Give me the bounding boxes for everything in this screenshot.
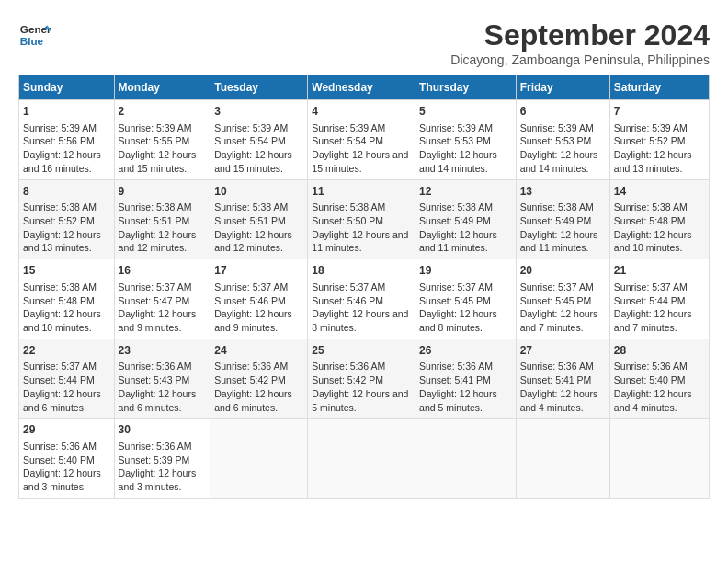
table-row: 19 Sunrise: 5:37 AM Sunset: 5:45 PM Dayl… [415,259,517,339]
daylight-label: Daylight: 12 hours and 14 minutes. [520,149,598,174]
day-number: 23 [119,343,207,359]
table-row: 28 Sunrise: 5:36 AM Sunset: 5:40 PM Dayl… [609,339,709,419]
day-number: 2 [119,104,207,120]
sunrise-text: Sunrise: 5:38 AM [520,201,594,213]
sunset-text: Sunset: 5:48 PM [23,295,95,306]
day-number: 24 [214,343,303,359]
daylight-label: Daylight: 12 hours and 5 minutes. [419,388,497,413]
sunrise-text: Sunrise: 5:39 AM [23,122,97,133]
day-number: 30 [119,422,207,438]
daylight-label: Daylight: 12 hours and 15 minutes. [214,149,292,174]
sunrise-text: Sunrise: 5:38 AM [614,201,688,213]
sunset-text: Sunset: 5:52 PM [614,135,686,146]
sunset-text: Sunset: 5:46 PM [312,295,383,306]
sunset-text: Sunset: 5:54 PM [214,135,286,146]
day-number: 28 [614,343,705,359]
header-tuesday: Tuesday [210,75,308,100]
day-number: 29 [23,422,110,438]
calendar-week-1: 1 Sunrise: 5:39 AM Sunset: 5:56 PM Dayli… [19,100,710,180]
sunset-text: Sunset: 5:53 PM [520,135,592,146]
sunrise-text: Sunrise: 5:38 AM [214,201,288,213]
sunset-text: Sunset: 5:49 PM [520,215,592,226]
daylight-label: Daylight: 12 hours and 9 minutes. [214,308,292,333]
table-row: 7 Sunrise: 5:39 AM Sunset: 5:52 PM Dayli… [609,100,709,180]
day-number: 12 [419,184,512,200]
day-number: 16 [119,263,207,279]
sunset-text: Sunset: 5:39 PM [119,454,190,465]
day-number: 8 [23,184,110,200]
logo: General Blue [18,18,51,52]
sunrise-text: Sunrise: 5:37 AM [520,282,594,293]
sunrise-text: Sunrise: 5:37 AM [614,282,688,293]
sunrise-text: Sunrise: 5:37 AM [419,282,493,293]
sunset-text: Sunset: 5:48 PM [614,215,686,226]
day-number: 1 [23,104,110,120]
calendar-table: Sunday Monday Tuesday Wednesday Thursday… [18,75,710,499]
sunrise-text: Sunrise: 5:39 AM [119,122,192,133]
table-row [308,419,415,499]
daylight-label: Daylight: 12 hours and 11 minutes. [312,229,408,254]
calendar-week-2: 8 Sunrise: 5:38 AM Sunset: 5:52 PM Dayli… [19,179,710,259]
sunset-text: Sunset: 5:45 PM [520,295,592,306]
daylight-label: Daylight: 12 hours and 10 minutes. [614,229,692,254]
sunset-text: Sunset: 5:44 PM [23,374,95,385]
table-row [210,419,308,499]
table-row: 21 Sunrise: 5:37 AM Sunset: 5:44 PM Dayl… [609,259,709,339]
day-number: 27 [520,343,606,359]
table-row: 6 Sunrise: 5:39 AM Sunset: 5:53 PM Dayli… [516,100,609,180]
sunrise-text: Sunrise: 5:36 AM [23,441,97,452]
sunset-text: Sunset: 5:52 PM [23,215,95,226]
sunrise-text: Sunrise: 5:38 AM [23,282,97,293]
sunset-text: Sunset: 5:54 PM [312,135,383,146]
table-row [516,419,609,499]
table-row: 23 Sunrise: 5:36 AM Sunset: 5:43 PM Dayl… [114,339,210,419]
day-number: 18 [312,263,411,279]
sunset-text: Sunset: 5:53 PM [419,135,491,146]
header-wednesday: Wednesday [308,75,415,100]
header-saturday: Saturday [609,75,709,100]
sunrise-text: Sunrise: 5:39 AM [520,122,594,133]
table-row: 18 Sunrise: 5:37 AM Sunset: 5:46 PM Dayl… [308,259,415,339]
daylight-label: Daylight: 12 hours and 14 minutes. [419,149,497,174]
daylight-label: Daylight: 12 hours and 11 minutes. [520,229,598,254]
svg-text:Blue: Blue [20,35,44,47]
sunrise-text: Sunrise: 5:36 AM [119,441,192,452]
sunset-text: Sunset: 5:40 PM [23,454,95,465]
day-number: 13 [520,184,606,200]
sunrise-text: Sunrise: 5:36 AM [312,361,385,372]
table-row: 15 Sunrise: 5:38 AM Sunset: 5:48 PM Dayl… [19,259,115,339]
sunset-text: Sunset: 5:51 PM [119,215,190,226]
sunrise-text: Sunrise: 5:37 AM [312,282,385,293]
day-number: 22 [23,343,110,359]
table-row: 9 Sunrise: 5:38 AM Sunset: 5:51 PM Dayli… [114,179,210,259]
daylight-label: Daylight: 12 hours and 4 minutes. [520,388,598,413]
table-row: 1 Sunrise: 5:39 AM Sunset: 5:56 PM Dayli… [19,100,115,180]
sunset-text: Sunset: 5:44 PM [614,295,686,306]
sunrise-text: Sunrise: 5:36 AM [214,361,288,372]
sunrise-text: Sunrise: 5:36 AM [520,361,594,372]
sunset-text: Sunset: 5:51 PM [214,215,286,226]
daylight-label: Daylight: 12 hours and 7 minutes. [520,308,598,333]
sunrise-text: Sunrise: 5:38 AM [119,201,192,213]
table-row: 11 Sunrise: 5:38 AM Sunset: 5:50 PM Dayl… [308,179,415,259]
table-row: 25 Sunrise: 5:36 AM Sunset: 5:42 PM Dayl… [308,339,415,419]
daylight-label: Daylight: 12 hours and 6 minutes. [119,388,197,413]
daylight-label: Daylight: 12 hours and 6 minutes. [214,388,292,413]
sunset-text: Sunset: 5:42 PM [312,374,383,385]
sunset-text: Sunset: 5:41 PM [419,374,491,385]
day-number: 15 [23,263,110,279]
logo-icon: General Blue [18,18,51,52]
day-number: 9 [119,184,207,200]
daylight-label: Daylight: 12 hours and 12 minutes. [119,229,197,254]
table-row: 2 Sunrise: 5:39 AM Sunset: 5:55 PM Dayli… [114,100,210,180]
table-row: 29 Sunrise: 5:36 AM Sunset: 5:40 PM Dayl… [19,419,115,499]
table-row: 13 Sunrise: 5:38 AM Sunset: 5:49 PM Dayl… [516,179,609,259]
day-number: 20 [520,263,606,279]
header-thursday: Thursday [415,75,517,100]
calendar-week-4: 22 Sunrise: 5:37 AM Sunset: 5:44 PM Dayl… [19,339,710,419]
day-number: 26 [419,343,512,359]
table-row: 14 Sunrise: 5:38 AM Sunset: 5:48 PM Dayl… [609,179,709,259]
sunrise-text: Sunrise: 5:39 AM [214,122,288,133]
sunset-text: Sunset: 5:45 PM [419,295,491,306]
sunset-text: Sunset: 5:46 PM [214,295,286,306]
